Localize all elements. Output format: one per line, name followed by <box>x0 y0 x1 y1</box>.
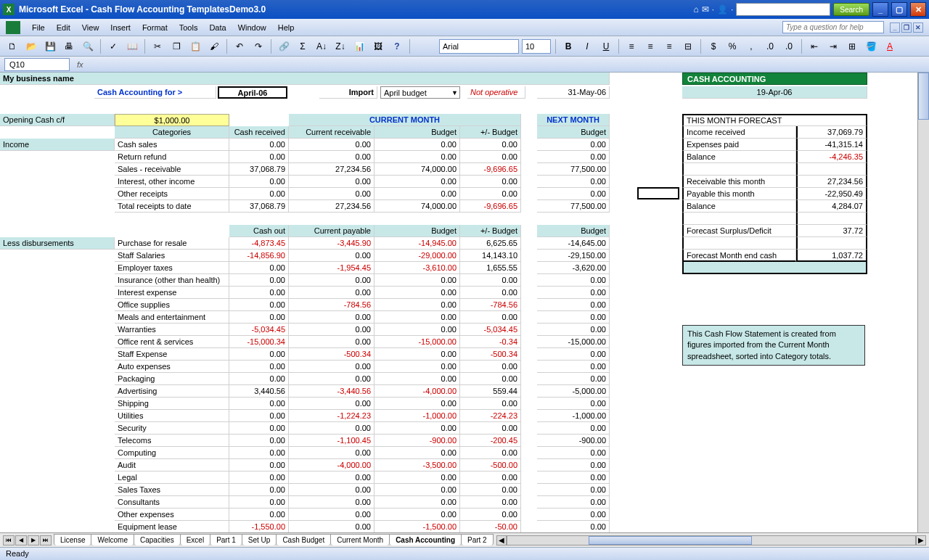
dis-c2[interactable]: 0.00 <box>289 274 375 287</box>
forecast-label[interactable]: Balance <box>682 151 796 163</box>
dis-cat[interactable]: Staff Salaries <box>115 250 229 262</box>
dis-c3[interactable]: -14,945.00 <box>375 237 460 250</box>
dis-budget-hdr[interactable]: Budget <box>375 225 460 237</box>
cur-receivable-hdr[interactable]: Current receivable <box>289 126 375 139</box>
dis-c4[interactable]: -500.34 <box>460 348 521 361</box>
dis-c2[interactable]: -3,440.56 <box>289 385 375 398</box>
dis-nb[interactable]: 0.00 <box>537 348 610 361</box>
help-input[interactable] <box>782 21 884 33</box>
income-c3[interactable]: 0.00 <box>375 139 460 151</box>
dis-c4[interactable]: 0.00 <box>460 398 521 410</box>
dis-c2[interactable]: 0.00 <box>289 521 375 533</box>
dis-nb[interactable]: 0.00 <box>537 324 610 336</box>
italic-button[interactable]: I <box>579 38 595 54</box>
dis-c1[interactable]: 0.00 <box>229 361 289 373</box>
dis-cat[interactable]: Shipping <box>115 398 229 410</box>
tab-welcome[interactable]: Welcome <box>91 534 134 545</box>
dis-c4[interactable]: 0.00 <box>460 311 521 324</box>
income-c4[interactable]: 0.00 <box>460 176 521 188</box>
dis-c3[interactable]: 0.00 <box>375 373 460 385</box>
dis-c3[interactable]: 0.00 <box>375 287 460 299</box>
acc-for-label[interactable]: Cash Accounting for > <box>94 86 216 99</box>
dis-nb[interactable]: 0.00 <box>537 508 610 521</box>
dis-nb[interactable]: -1,000.00 <box>537 410 610 422</box>
sheet-area[interactable]: My business nameCASH ACCOUNTINGCash Acco… <box>0 73 929 544</box>
dis-c3[interactable]: -3,610.00 <box>375 262 460 274</box>
dis-nb[interactable]: 0.00 <box>537 361 610 373</box>
dis-c1[interactable]: 0.00 <box>229 373 289 385</box>
income-c1[interactable]: 0.00 <box>229 188 289 200</box>
vertical-scrollbar[interactable] <box>917 73 929 544</box>
income-c3[interactable]: 74,000.00 <box>375 200 460 213</box>
dis-nb[interactable]: 0.00 <box>537 484 610 496</box>
dis-nb[interactable]: -15,000.00 <box>537 336 610 348</box>
forecast-val[interactable] <box>796 237 867 250</box>
dis-c1[interactable]: 0.00 <box>229 299 289 311</box>
dis-c3[interactable]: 0.00 <box>375 447 460 459</box>
dis-c4[interactable]: 0.00 <box>460 361 521 373</box>
merge-icon[interactable]: ⊟ <box>680 38 696 54</box>
excel-doc-icon[interactable] <box>6 21 20 34</box>
income-c2[interactable]: 0.00 <box>289 139 375 151</box>
income-c4[interactable]: -9,696.65 <box>460 200 521 213</box>
dis-c2[interactable]: 0.00 <box>289 250 375 262</box>
dis-c4[interactable]: 559.44 <box>460 385 521 398</box>
next-month-hdr[interactable]: NEXT MONTH <box>537 114 610 126</box>
dis-c3[interactable]: -1,000.00 <box>375 410 460 422</box>
tab-set-up[interactable]: Set Up <box>242 534 277 545</box>
search-button[interactable]: Search <box>833 3 869 16</box>
dis-c3[interactable]: -4,000.00 <box>375 385 460 398</box>
sort-asc-icon[interactable]: A↓ <box>314 38 330 54</box>
next-budget-hdr[interactable]: Budget <box>537 126 610 139</box>
tab-next-icon[interactable]: ▶ <box>28 535 39 545</box>
date2[interactable]: 19-Apr-06 <box>682 86 867 99</box>
dis-c3[interactable]: 0.00 <box>375 398 460 410</box>
research-icon[interactable]: 📖 <box>124 38 140 54</box>
income-cat[interactable]: Total receipts to date <box>115 200 229 213</box>
dis-c1[interactable]: 0.00 <box>229 287 289 299</box>
dis-c4[interactable]: 0.00 <box>460 484 521 496</box>
forecast-val[interactable]: -22,950.49 <box>796 188 867 200</box>
format-painter-icon[interactable]: 🖌 <box>206 38 222 54</box>
income-label[interactable]: Income <box>0 139 115 151</box>
dis-cat[interactable]: Sales Taxes <box>115 484 229 496</box>
tab-part-1[interactable]: Part 1 <box>210 534 242 545</box>
dis-cat[interactable]: Packaging <box>115 373 229 385</box>
forecast-label[interactable] <box>682 163 796 176</box>
dis-c4[interactable]: 0.00 <box>460 422 521 435</box>
dis-c1[interactable]: 0.00 <box>229 447 289 459</box>
dis-c4[interactable]: 0.00 <box>460 287 521 299</box>
dis-c3[interactable]: -29,000.00 <box>375 250 460 262</box>
income-c1[interactable]: 0.00 <box>229 139 289 151</box>
dis-c3[interactable]: 0.00 <box>375 274 460 287</box>
dis-c4[interactable]: -50.00 <box>460 521 521 533</box>
income-c1[interactable]: 0.00 <box>229 176 289 188</box>
dis-c2[interactable]: 0.00 <box>289 398 375 410</box>
forecast-val[interactable]: -41,315.14 <box>796 139 867 151</box>
doc-minimize-button[interactable]: _ <box>890 22 900 33</box>
dis-c4[interactable]: -200.45 <box>460 435 521 447</box>
dis-c2[interactable]: 0.00 <box>289 373 375 385</box>
income-c2[interactable]: 0.00 <box>289 176 375 188</box>
dis-c2[interactable]: 0.00 <box>289 496 375 508</box>
forecast-val[interactable]: 1,037.72 <box>796 250 867 262</box>
dis-nb[interactable]: 0.00 <box>537 299 610 311</box>
dis-c1[interactable]: 0.00 <box>229 435 289 447</box>
fontsize-select[interactable] <box>522 39 551 54</box>
menu-window[interactable]: Window <box>232 21 272 34</box>
income-c2[interactable]: 27,234.56 <box>289 200 375 213</box>
dis-cat[interactable]: Legal <box>115 472 229 484</box>
dis-c4[interactable]: 14,143.10 <box>460 250 521 262</box>
dis-c2[interactable]: 0.00 <box>289 508 375 521</box>
dis-nb[interactable]: 0.00 <box>537 447 610 459</box>
tab-part-2[interactable]: Part 2 <box>461 534 494 545</box>
dis-nb[interactable]: -29,150.00 <box>537 250 610 262</box>
active-cell[interactable] <box>637 187 679 199</box>
dis-c4[interactable]: -0.34 <box>460 336 521 348</box>
percent-icon[interactable]: % <box>724 38 740 54</box>
dis-nb[interactable]: -3,620.00 <box>537 262 610 274</box>
dis-c2[interactable]: 0.00 <box>289 447 375 459</box>
dis-nb[interactable]: 0.00 <box>537 398 610 410</box>
dis-nb[interactable]: 0.00 <box>537 373 610 385</box>
dis-c1[interactable]: 0.00 <box>229 422 289 435</box>
